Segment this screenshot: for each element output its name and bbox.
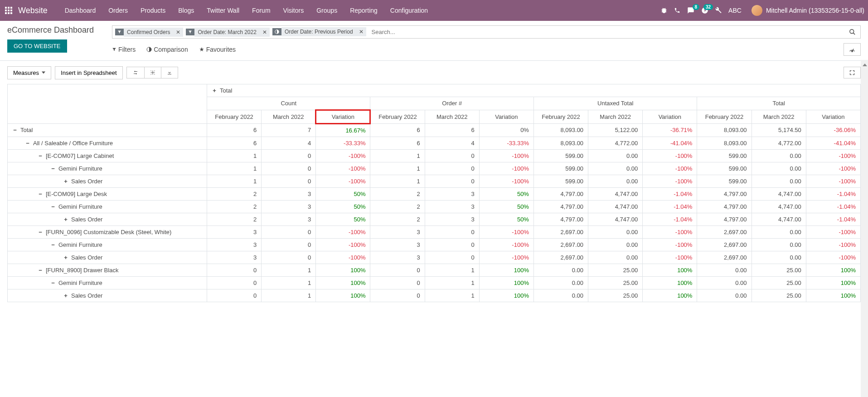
toggle-icon[interactable]: + <box>63 254 68 261</box>
search-input[interactable] <box>369 28 847 36</box>
pivot-cell[interactable]: 1 <box>370 162 425 175</box>
facet-remove-button[interactable]: ✕ <box>173 28 183 37</box>
phone-icon[interactable] <box>674 7 680 14</box>
pivot-cell[interactable]: 50% <box>479 187 533 200</box>
toggle-icon[interactable]: − <box>50 241 56 248</box>
pivot-cell[interactable]: -100% <box>316 238 370 251</box>
pivot-cell[interactable]: 0.00 <box>533 289 588 302</box>
scrollbar-vertical[interactable] <box>861 60 868 311</box>
pivot-cell[interactable]: 4,797.00 <box>533 213 588 225</box>
pivot-cell[interactable]: 4,797.00 <box>533 200 588 213</box>
pivot-cell[interactable]: -36.06% <box>806 123 860 137</box>
pivot-cell[interactable]: 0 <box>425 225 479 238</box>
pivot-cell[interactable]: 1 <box>207 175 262 187</box>
favourites-dropdown[interactable]: Favourites <box>199 46 236 53</box>
pivot-cell[interactable]: 0.00 <box>588 175 643 187</box>
pivot-cell[interactable]: -100% <box>643 162 697 175</box>
pivot-cell[interactable]: 100% <box>316 276 370 289</box>
pivot-cell[interactable]: 1 <box>425 289 479 302</box>
pivot-cell[interactable]: 599.00 <box>697 149 752 162</box>
pivot-cell[interactable]: 1 <box>262 276 316 289</box>
pivot-cell[interactable]: 0.00 <box>588 149 643 162</box>
expand-all-button[interactable] <box>145 67 161 78</box>
toggle-icon[interactable]: − <box>50 165 56 172</box>
pivot-cell[interactable]: 4 <box>262 137 316 149</box>
pivot-cell[interactable]: -100% <box>643 251 697 264</box>
pivot-cell[interactable]: 0 <box>425 149 479 162</box>
pivot-cell[interactable]: -100% <box>316 175 370 187</box>
pivot-cell[interactable]: 4,772.00 <box>588 137 643 149</box>
fullscreen-button[interactable] <box>844 67 861 78</box>
row-header[interactable]: −[FURN_0096] Customizable Desk (Steel, W… <box>8 225 207 238</box>
pivot-cell[interactable]: 0.00 <box>752 162 806 175</box>
pivot-cell[interactable]: 3 <box>207 238 262 251</box>
pivot-cell[interactable]: -100% <box>643 149 697 162</box>
pivot-cell[interactable]: 0 <box>425 238 479 251</box>
pivot-cell[interactable]: -1.04% <box>643 213 697 225</box>
pivot-cell[interactable]: 6 <box>207 123 262 137</box>
nav-item-reporting[interactable]: Reporting <box>344 0 384 20</box>
pivot-cell[interactable]: 0 <box>262 251 316 264</box>
nav-item-dashboard[interactable]: Dashboard <box>58 0 102 20</box>
toggle-icon[interactable]: − <box>38 152 43 159</box>
pivot-cell[interactable]: 4,797.00 <box>533 187 588 200</box>
pivot-cell[interactable]: 2 <box>370 213 425 225</box>
pivot-cell[interactable]: -100% <box>316 149 370 162</box>
abc-label[interactable]: ABC <box>728 7 742 14</box>
pivot-cell[interactable]: 0.00 <box>533 276 588 289</box>
apps-icon[interactable] <box>4 5 14 15</box>
pivot-cell[interactable]: 2,697.00 <box>533 251 588 264</box>
period-header[interactable]: February 2022 <box>533 110 588 123</box>
pivot-cell[interactable]: 3 <box>370 251 425 264</box>
pivot-cell[interactable]: 100% <box>316 264 370 276</box>
pivot-cell[interactable]: -100% <box>316 251 370 264</box>
row-header[interactable]: −Gemini Furniture <box>8 276 207 289</box>
pivot-cell[interactable]: 599.00 <box>533 149 588 162</box>
pivot-cell[interactable]: 2 <box>207 200 262 213</box>
toggle-icon[interactable]: − <box>12 127 18 133</box>
pivot-cell[interactable]: -1.04% <box>806 200 860 213</box>
period-header[interactable]: Variation <box>479 110 533 123</box>
insert-spreadsheet-button[interactable]: Insert in Spreadsheet <box>55 66 123 79</box>
row-header[interactable]: +Sales Order <box>8 213 207 225</box>
pivot-cell[interactable]: 2,697.00 <box>533 238 588 251</box>
pivot-cell[interactable]: 0 <box>262 149 316 162</box>
pivot-cell[interactable]: 0 <box>370 276 425 289</box>
pivot-cell[interactable]: 0.00 <box>697 264 752 276</box>
pivot-cell[interactable]: 1 <box>262 289 316 302</box>
period-header[interactable]: February 2022 <box>207 110 262 123</box>
period-header[interactable]: Variation <box>643 110 697 123</box>
pivot-cell[interactable]: 0 <box>207 264 262 276</box>
pivot-cell[interactable]: 8,093.00 <box>533 123 588 137</box>
pivot-cell[interactable]: 6 <box>370 137 425 149</box>
nav-item-visitors[interactable]: Visitors <box>277 0 310 20</box>
nav-item-blogs[interactable]: Blogs <box>172 0 200 20</box>
pivot-cell[interactable]: 4,747.00 <box>752 187 806 200</box>
pivot-cell[interactable]: 4,797.00 <box>697 213 752 225</box>
pivot-cell[interactable]: -100% <box>316 225 370 238</box>
pivot-cell[interactable]: 3 <box>370 225 425 238</box>
toggle-icon[interactable]: − <box>38 267 43 274</box>
pivot-cell[interactable]: 3 <box>425 200 479 213</box>
period-header[interactable]: Variation <box>806 110 860 123</box>
search-icon[interactable] <box>847 29 858 35</box>
pivot-cell[interactable]: 1 <box>207 149 262 162</box>
period-header[interactable]: Variation <box>316 110 370 123</box>
pivot-cell[interactable]: 3 <box>207 251 262 264</box>
pivot-cell[interactable]: 0.00 <box>752 225 806 238</box>
period-header[interactable]: February 2022 <box>370 110 425 123</box>
pivot-cell[interactable]: -100% <box>479 149 533 162</box>
pivot-cell[interactable]: 100% <box>806 264 860 276</box>
pivot-cell[interactable]: 4,747.00 <box>752 213 806 225</box>
pivot-cell[interactable]: 7 <box>262 123 316 137</box>
pivot-cell[interactable]: 599.00 <box>697 175 752 187</box>
period-header[interactable]: March 2022 <box>262 110 316 123</box>
pivot-cell[interactable]: 3 <box>370 238 425 251</box>
pivot-cell[interactable]: 8,093.00 <box>697 137 752 149</box>
pivot-cell[interactable]: -100% <box>479 251 533 264</box>
nav-item-forum[interactable]: Forum <box>246 0 276 20</box>
pivot-cell[interactable]: 8,093.00 <box>533 137 588 149</box>
pivot-cell[interactable]: 599.00 <box>533 162 588 175</box>
pivot-cell[interactable]: 2 <box>207 187 262 200</box>
pivot-cell[interactable]: 3 <box>425 213 479 225</box>
